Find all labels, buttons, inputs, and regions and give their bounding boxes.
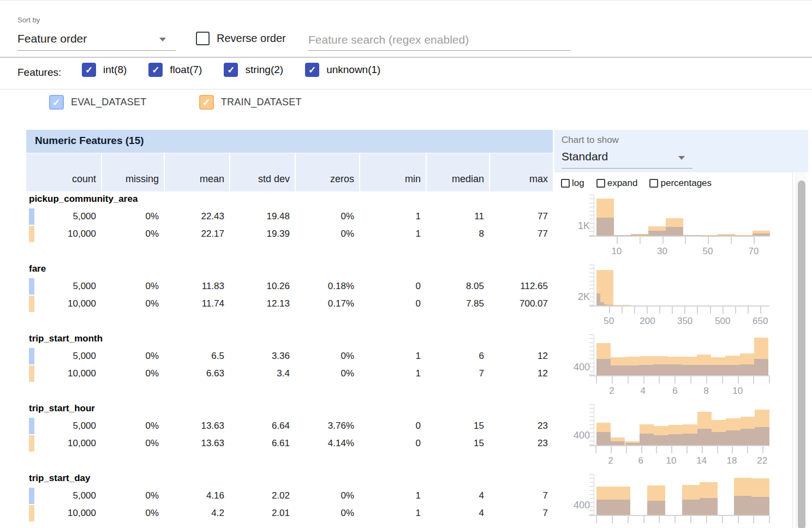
hist-bar-eval	[631, 235, 648, 236]
feature-type-label: string(2)	[245, 64, 283, 76]
stat-value: 0%	[101, 418, 164, 434]
hist-bar-eval	[596, 359, 611, 375]
feature-type-label: unknown(1)	[326, 64, 380, 76]
hist-bar-eval	[700, 498, 718, 515]
chart-option-expand[interactable]: expand	[596, 178, 638, 189]
stat-value: 700.07	[489, 296, 553, 312]
stat-value: 0.18%	[295, 278, 359, 295]
histogram-plot	[594, 195, 769, 236]
stat-value: 0	[359, 418, 426, 434]
x-axis-tick	[760, 307, 761, 314]
x-axis-tick	[723, 307, 724, 314]
stat-value: 0%	[101, 278, 164, 295]
stat-value: 5,000	[26, 278, 101, 295]
stat-value: 0	[359, 435, 426, 452]
hist-bar-eval	[697, 365, 711, 375]
feature-block-trip_start_month: trip_start_month5,0000%6.53.360%161210,0…	[26, 332, 553, 402]
chart-type-dropdown[interactable]: Standard	[562, 148, 692, 169]
chart-option-log[interactable]: log	[561, 178, 584, 189]
stat-value: 0	[359, 296, 426, 312]
stat-value: 7	[489, 488, 553, 504]
stat-value: 6.64	[229, 418, 295, 434]
y-axis-tick	[589, 502, 594, 503]
dataset-legend: ✓EVAL_DATASET✓TRAIN_DATASET	[49, 95, 302, 110]
y-axis-tick	[589, 367, 594, 367]
y-axis-tick	[589, 195, 594, 195]
hist-bar-eval	[639, 365, 653, 375]
stat-value: 22.17	[164, 226, 229, 242]
features-filter-label: Features:	[17, 67, 61, 79]
stat-value: 11.74	[164, 296, 229, 312]
x-axis-tick	[628, 376, 629, 383]
hist-bar-eval	[683, 434, 697, 445]
x-axis-tick-label: 200	[631, 316, 664, 327]
x-axis-line	[589, 515, 769, 516]
chart-to-show-label: Chart to show	[562, 135, 619, 146]
y-axis-tick	[589, 433, 594, 433]
checkbox-checked-icon: ✓	[148, 63, 163, 77]
vertical-scrollbar-thumb[interactable]	[798, 181, 805, 528]
y-axis-tick	[589, 227, 594, 227]
stat-value: 6.61	[229, 435, 295, 452]
dataset-color-chip	[29, 208, 34, 225]
hist-bar-eval	[668, 364, 682, 375]
x-axis-tick	[706, 376, 707, 383]
y-axis-tick	[589, 511, 594, 511]
y-axis-tick	[589, 231, 594, 232]
feature-type-filter-float[interactable]: ✓float(7)	[148, 63, 202, 77]
stat-value: 12	[489, 365, 553, 382]
feature-name: fare	[29, 263, 46, 274]
y-axis-tick	[589, 441, 594, 441]
stats-column-headers: countmissingmeanstd devzerosminmedianmax	[26, 153, 553, 191]
stat-value: 23	[489, 418, 553, 434]
chart-option-percentages[interactable]: percentages	[649, 178, 712, 189]
chevron-down-icon	[678, 156, 685, 160]
checkbox-unchecked-icon	[561, 179, 570, 188]
stat-value: 5,000	[26, 208, 101, 225]
y-axis-tick	[589, 416, 594, 417]
feature-type-filter-unknown[interactable]: ✓unknown(1)	[305, 63, 380, 77]
y-axis-tick	[589, 343, 594, 343]
stat-value: 0%	[101, 208, 164, 225]
search-input[interactable]	[308, 29, 570, 50]
vertical-scrollbar-track[interactable]	[796, 172, 807, 528]
hist-bar-eval	[751, 497, 769, 515]
y-axis-line	[594, 335, 594, 375]
eval-dataset-toggle[interactable]: ✓EVAL_DATASET	[49, 95, 147, 110]
y-axis-tick	[589, 301, 594, 302]
feature-stats-table: pickup_community_area5,0000%22.4319.480%…	[26, 193, 553, 528]
sort-by-dropdown[interactable]: Feature order	[17, 29, 176, 51]
x-axis-tick-label: 4	[626, 386, 659, 397]
feature-type-filter-int[interactable]: ✓int(8)	[82, 63, 127, 77]
y-axis-tick	[589, 428, 594, 429]
feature-type-filter-string[interactable]: ✓string(2)	[224, 63, 283, 77]
y-axis-tick	[589, 478, 594, 478]
y-axis-line	[594, 475, 594, 515]
facets-overview-app: Sort by Feature order Reverse order Feat…	[0, 0, 812, 528]
y-axis-label: 2K	[553, 291, 590, 303]
stat-value: 11.83	[164, 278, 229, 295]
stat-value: 12.13	[229, 296, 295, 312]
x-axis-tick	[754, 237, 755, 244]
reverse-order-checkbox[interactable]	[196, 32, 210, 45]
stat-value: 7.85	[426, 296, 489, 312]
stat-value: 1	[359, 226, 426, 242]
stat-value: 5,000	[26, 488, 101, 504]
y-axis-line	[594, 195, 594, 236]
y-axis-tick	[589, 421, 594, 421]
feature-name: trip_start_hour	[29, 403, 95, 414]
y-axis-label: 400	[553, 430, 590, 441]
stat-value: 13.63	[164, 418, 229, 434]
stat-value: 3.76%	[295, 418, 359, 434]
y-axis-tick	[589, 338, 594, 339]
y-axis-tick	[589, 285, 594, 285]
y-axis-tick	[589, 334, 594, 335]
hist-bar-eval	[725, 365, 739, 375]
stat-value: 1	[359, 208, 426, 225]
y-axis-label: 1K	[553, 220, 590, 232]
y-axis-tick	[589, 273, 594, 273]
train-dataset-toggle[interactable]: ✓TRAIN_DATASET	[199, 95, 302, 110]
y-axis-tick	[589, 207, 594, 207]
hist-bar-eval	[607, 305, 613, 305]
hist-bar-eval	[654, 435, 668, 446]
